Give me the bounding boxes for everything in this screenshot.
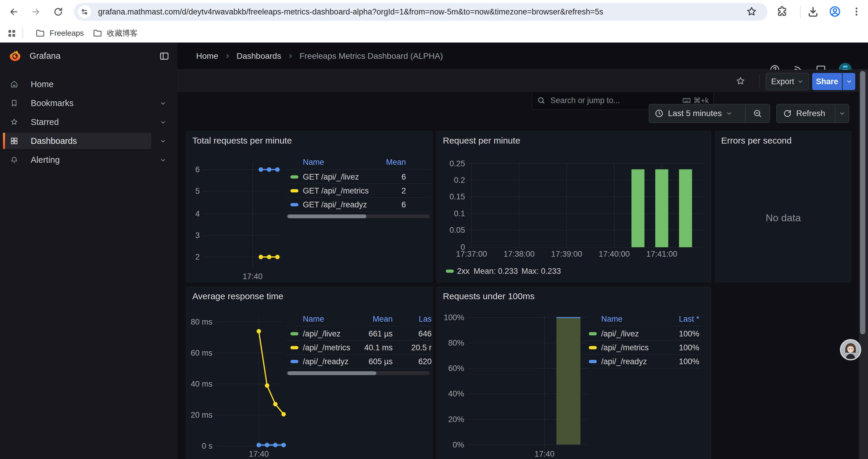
assistant-avatar-button[interactable] bbox=[840, 339, 861, 360]
svg-text:60 ms: 60 ms bbox=[191, 349, 212, 357]
legend-header-las[interactable]: Las bbox=[418, 315, 432, 324]
subheader-divider bbox=[759, 74, 760, 88]
series-color-pill bbox=[290, 203, 299, 206]
svg-text:0%: 0% bbox=[453, 440, 464, 449]
legend-series-name[interactable]: /api/_/metrics bbox=[303, 343, 350, 352]
chevron-down-icon bbox=[839, 110, 845, 117]
legend-row-separator bbox=[286, 211, 430, 211]
legend-cell-value: 605 µs bbox=[368, 357, 393, 366]
forward-icon[interactable] bbox=[31, 7, 41, 17]
svg-text:0.05: 0.05 bbox=[450, 226, 465, 234]
breadcrumb-home[interactable]: Home bbox=[196, 52, 218, 61]
chevron-down-icon[interactable] bbox=[159, 119, 167, 126]
legend-scrollbar-thumb[interactable] bbox=[287, 215, 366, 218]
legend-series-name[interactable]: /api/_/readyz bbox=[303, 357, 349, 366]
series-color-pill bbox=[290, 175, 299, 179]
chevron-down-icon[interactable] bbox=[159, 138, 167, 145]
downloads-icon[interactable] bbox=[807, 5, 819, 18]
bar-chart[interactable]: 0.250.20.150.10.05017:37:0017:38:0017:39… bbox=[437, 131, 711, 282]
folder-icon[interactable] bbox=[35, 28, 45, 38]
home-icon bbox=[10, 80, 19, 89]
legend-header-last[interactable]: Last * bbox=[679, 315, 699, 324]
folder-icon[interactable] bbox=[92, 28, 103, 38]
legend-series-name[interactable]: /api/_/livez bbox=[601, 329, 639, 338]
clock-icon bbox=[654, 109, 664, 118]
legend-series-name[interactable]: GET /api/_/metrics bbox=[303, 186, 369, 196]
sidebar-item-home[interactable]: Home bbox=[0, 76, 177, 93]
share-dropdown-button[interactable] bbox=[843, 73, 855, 90]
legend-row-separator bbox=[286, 326, 430, 326]
legend-header-name[interactable]: Name bbox=[303, 315, 324, 324]
keyboard-icon bbox=[682, 96, 691, 105]
panel-title[interactable]: Errors per second bbox=[721, 136, 792, 145]
legend-header-name[interactable]: Name bbox=[303, 158, 324, 167]
legend-series-name[interactable]: 2xx bbox=[457, 267, 469, 276]
sidebar-item-starred[interactable]: Starred bbox=[0, 114, 177, 130]
bookmark-folder-freeleaps[interactable]: Freeleaps bbox=[50, 24, 84, 42]
grafana-brand[interactable]: Grafana bbox=[30, 51, 61, 61]
back-icon[interactable] bbox=[8, 7, 19, 17]
legend-header-mean[interactable]: Mean bbox=[386, 158, 406, 167]
grafana-logo[interactable] bbox=[9, 50, 21, 62]
legend-row-separator bbox=[585, 340, 701, 340]
toolbar-divider bbox=[800, 5, 801, 18]
legend-series-name[interactable]: GET /api/_/readyz bbox=[303, 200, 367, 209]
legend-series-name[interactable]: GET /api/_/livez bbox=[303, 172, 359, 182]
legend-scrollbar-thumb[interactable] bbox=[287, 371, 376, 375]
profile-icon[interactable] bbox=[829, 5, 841, 18]
search-shortcut: ⌘+k bbox=[682, 96, 709, 105]
zoom-out-icon[interactable] bbox=[745, 108, 770, 119]
extensions-icon[interactable] bbox=[776, 5, 788, 18]
legend-row-separator bbox=[585, 354, 701, 355]
url-text[interactable]: grafana.mathmast.com/d/deytv4rwavabkb/fr… bbox=[98, 3, 739, 21]
time-range-label: Last 5 minutes bbox=[668, 109, 722, 118]
series-color-pill bbox=[290, 360, 299, 363]
panel-request-per-minute: Request per minute 0.250.20.150.10.05017… bbox=[437, 131, 711, 282]
breadcrumb: Home Dashboards Freeleaps Metrics Dashbo… bbox=[196, 42, 443, 69]
breadcrumb-dashboards[interactable]: Dashboards bbox=[237, 52, 281, 61]
bookmark-folder-blogs[interactable]: 收藏博客 bbox=[107, 24, 138, 42]
chevron-down-icon[interactable] bbox=[159, 157, 167, 164]
bookmark-star-icon[interactable] bbox=[745, 5, 758, 18]
sidebar-item-dashboards[interactable]: Dashboards bbox=[0, 133, 177, 149]
time-range-picker[interactable]: Last 5 minutes bbox=[649, 104, 770, 123]
svg-text:0.25: 0.25 bbox=[450, 159, 465, 168]
chevron-down-icon bbox=[846, 78, 852, 85]
legend-header-name[interactable]: Name bbox=[601, 315, 622, 324]
svg-text:2: 2 bbox=[195, 253, 200, 261]
svg-text:80%: 80% bbox=[448, 338, 464, 347]
export-button[interactable]: Export bbox=[766, 73, 809, 90]
apps-grid-icon[interactable] bbox=[6, 28, 17, 39]
panel-errors-per-second: Errors per second No data bbox=[715, 131, 851, 282]
svg-text:0 s: 0 s bbox=[202, 441, 212, 451]
search-input[interactable] bbox=[550, 96, 657, 105]
chevron-down-icon[interactable] bbox=[159, 100, 167, 107]
svg-text:40 ms: 40 ms bbox=[191, 380, 212, 388]
grafana-header: Grafana Home Dashboards Freeleaps Metric… bbox=[0, 42, 868, 70]
refresh-button-group[interactable]: Refresh bbox=[776, 104, 849, 123]
star-icon bbox=[10, 118, 19, 126]
legend-series-name[interactable]: /api/_/livez bbox=[303, 329, 341, 338]
menu-dots-icon[interactable] bbox=[850, 5, 863, 18]
series-color-pill bbox=[290, 332, 299, 335]
legend-series-name[interactable]: /api/_/readyz bbox=[601, 357, 647, 366]
svg-text:17:40:00: 17:40:00 bbox=[598, 250, 629, 258]
svg-text:17:41:00: 17:41:00 bbox=[646, 250, 677, 258]
legend-series-name[interactable]: /api/_/metrics bbox=[601, 343, 649, 352]
legend-cell-value: 100% bbox=[679, 343, 699, 352]
legend-header-mean[interactable]: Mean bbox=[373, 315, 393, 324]
legend-cell-value: 646 bbox=[418, 329, 432, 338]
svg-text:100%: 100% bbox=[444, 313, 464, 322]
page-scrollbar-thumb[interactable] bbox=[860, 71, 865, 334]
refresh-interval-dropdown[interactable] bbox=[835, 110, 849, 117]
svg-text:4: 4 bbox=[195, 209, 200, 218]
share-button[interactable]: Share bbox=[812, 73, 842, 90]
reload-icon[interactable] bbox=[53, 6, 64, 17]
dock-sidebar-icon[interactable] bbox=[159, 51, 169, 61]
site-settings-icon[interactable] bbox=[78, 5, 91, 18]
area-chart[interactable]: 100%80%60%40%20%0%17:40 bbox=[437, 287, 711, 459]
sidebar-item-alerting[interactable]: Alerting bbox=[0, 152, 177, 168]
legend-cell-value: 620 bbox=[418, 357, 432, 366]
favorite-star-icon[interactable] bbox=[735, 76, 746, 87]
sidebar-item-bookmarks[interactable]: Bookmarks bbox=[0, 95, 177, 111]
